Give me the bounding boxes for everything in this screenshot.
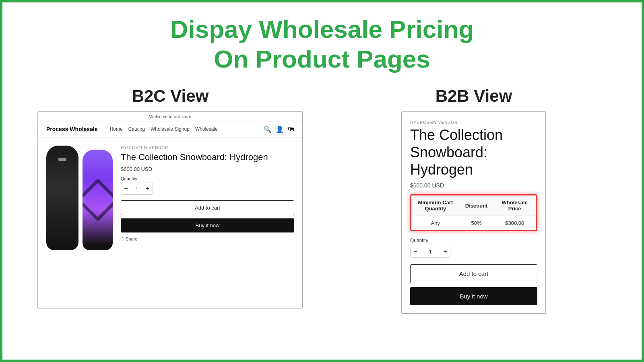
col-header-discount: Discount: [460, 195, 493, 216]
wholesale-pricing-table-wrapper: Minimum Cart Quantity Discount Wholesale…: [410, 194, 537, 231]
cart-icon[interactable]: 🛍: [288, 125, 294, 133]
quantity-stepper-b2c: − 1 +: [121, 183, 153, 195]
store-nav-icons: 🔍 👤 🛍: [264, 125, 294, 133]
b2c-column-title: B2C View: [132, 86, 209, 106]
store-brand: Process Wholesale: [46, 126, 98, 132]
account-icon[interactable]: 👤: [276, 125, 284, 133]
product-title-b2c: The Collection Snowboard: Hydrogen: [121, 152, 294, 163]
title-line1: Dispay Wholesale Pricing: [170, 15, 474, 43]
nav-wholesale[interactable]: Wholesale: [195, 126, 218, 132]
b2b-panel: HYDROGEN VENDOR The Collection Snowboard…: [401, 111, 546, 315]
wholesale-pricing-table: Minimum Cart Quantity Discount Wholesale…: [411, 195, 536, 230]
share-icon: ⇧: [121, 237, 124, 241]
qty-increase-b2c[interactable]: +: [143, 183, 153, 194]
store-nav-links: Home Catalog Wholesale Signup Wholesale: [110, 126, 218, 132]
vendor-label-b2b: HYDROGEN VENDOR: [410, 120, 537, 125]
product-price-b2c: $600.00 USD: [121, 166, 294, 172]
product-images: [46, 146, 113, 250]
product-price-b2b: $600.00 USD: [410, 182, 537, 189]
b2c-product-content: HYDROGEN VENDOR The Collection Snowboard…: [38, 138, 302, 258]
store-nav: Process Wholesale Home Catalog Wholesale…: [38, 121, 302, 138]
qty-decrease-b2b[interactable]: −: [411, 246, 420, 257]
share-link-b2c[interactable]: ⇧ Share: [121, 237, 294, 242]
store-notice: Welcome to our store: [38, 112, 302, 121]
cell-wholesale-price: $300.00: [493, 216, 536, 230]
table-header-row: Minimum Cart Quantity Discount Wholesale…: [411, 195, 536, 216]
page-title: Dispay Wholesale Pricing On Product Page…: [2, 2, 642, 82]
vendor-label-b2c: HYDROGEN VENDOR: [121, 146, 294, 150]
cell-discount: 50%: [460, 216, 493, 230]
add-to-cart-button-b2b[interactable]: Add to cart: [410, 264, 537, 283]
b2c-column: B2C View Welcome to our store Process Wh…: [27, 86, 314, 309]
buy-it-now-button-b2b[interactable]: Buy it now: [410, 287, 537, 305]
quantity-stepper-b2b: − 1 +: [410, 246, 450, 258]
search-icon[interactable]: 🔍: [264, 125, 272, 133]
qty-increase-b2b[interactable]: +: [440, 246, 450, 257]
qty-decrease-b2c[interactable]: −: [121, 183, 131, 194]
b2b-column: B2B View HYDROGEN VENDOR The Collection …: [330, 86, 617, 315]
snowboard-black-image: [46, 146, 78, 250]
quantity-label-b2c: Quantity: [121, 176, 294, 181]
nav-wholesale-signup[interactable]: Wholesale Signup: [151, 126, 190, 132]
product-title-b2b: The Collection Snowboard: Hydrogen: [410, 126, 537, 179]
col-header-wholesale-price: Wholesale Price: [493, 195, 536, 216]
qty-value-b2c: 1: [131, 186, 143, 191]
buy-it-now-button-b2c[interactable]: Buy it now: [121, 218, 294, 232]
b2b-column-title: B2B View: [436, 86, 512, 106]
columns-container: B2C View Welcome to our store Process Wh…: [2, 82, 642, 323]
product-info-b2c: HYDROGEN VENDOR The Collection Snowboard…: [121, 146, 294, 250]
snowboard-purple-image: [83, 150, 113, 250]
quantity-label-b2b: Quantity: [410, 238, 537, 243]
title-line2: On Product Pages: [214, 45, 430, 73]
qty-value-b2b: 1: [420, 249, 440, 255]
nav-catalog[interactable]: Catalog: [128, 126, 145, 132]
nav-home[interactable]: Home: [110, 126, 123, 132]
col-header-min-cart: Minimum Cart Quantity: [411, 195, 460, 216]
cell-min-qty: Any: [411, 216, 460, 230]
table-row: Any 50% $300.00: [411, 216, 536, 230]
b2c-panel: Welcome to our store Process Wholesale H…: [37, 111, 303, 309]
add-to-cart-button-b2c[interactable]: Add to cart: [121, 200, 294, 215]
